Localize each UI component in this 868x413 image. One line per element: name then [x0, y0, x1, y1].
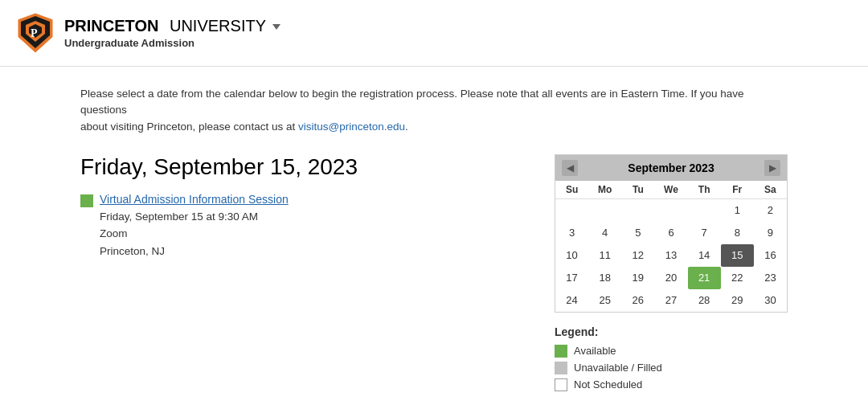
- legend-not-scheduled-label: Not Scheduled: [574, 378, 642, 391]
- calendar-cell: 11: [588, 244, 621, 267]
- calendar-cell: 20: [654, 267, 687, 289]
- admission-subtitle: Undergraduate Admission: [64, 37, 280, 49]
- dow-fr: Fr: [721, 181, 754, 198]
- calendar-cell[interactable]: 15: [721, 244, 754, 267]
- intro-paragraph: Please select a date from the calendar b…: [80, 86, 788, 135]
- calendar-cell: 25: [588, 289, 621, 312]
- dow-th: Th: [688, 181, 721, 198]
- event-item: Virtual Admission Information Session Fr…: [80, 193, 522, 260]
- calendar-dow-row: Su Mo Tu We Th Fr Sa: [555, 181, 787, 199]
- calendar-cell: 18: [588, 267, 621, 289]
- legend-unavailable-label: Unavailable / Filled: [574, 362, 662, 374]
- calendar-cell: 27: [654, 289, 687, 312]
- svg-text:P: P: [31, 27, 38, 39]
- calendar-cell: [621, 199, 654, 222]
- calendar-cell: 8: [721, 222, 754, 244]
- event-details: Virtual Admission Information Session Fr…: [100, 193, 289, 260]
- calendar-cell: 2: [754, 199, 787, 222]
- event-datetime: Friday, September 15 at 9:30 AM: [100, 208, 289, 226]
- calendar-cell: [688, 199, 721, 222]
- calendar-month-year: September 2023: [628, 162, 714, 174]
- calendar-cell: 5: [621, 222, 654, 244]
- main-content: Please select a date from the calendar b…: [0, 67, 868, 413]
- calendar-cell: 13: [654, 244, 687, 267]
- intro-text-line2: about visiting Princeton, please contact…: [80, 121, 408, 133]
- selected-date-heading: Friday, September 15, 2023: [80, 154, 522, 180]
- event-city: Princeton, NJ: [100, 243, 289, 260]
- header-branding: PRINCETON UNIVERSITY Undergraduate Admis…: [64, 17, 280, 49]
- calendar-cell: 16: [754, 244, 787, 267]
- university-label: UNIVERSITY: [170, 17, 266, 35]
- calendar-cell: 1: [721, 199, 754, 222]
- legend-title: Legend:: [555, 325, 788, 338]
- calendar-cell: 22: [721, 267, 754, 289]
- legend-unavailable-box: [555, 362, 567, 374]
- prev-month-button[interactable]: ◀: [562, 160, 578, 176]
- legend-available-box: [555, 345, 567, 358]
- dow-mo: Mo: [588, 181, 621, 198]
- legend-available: Available: [555, 345, 788, 358]
- dow-sa: Sa: [754, 181, 787, 198]
- legend-unavailable: Unavailable / Filled: [555, 362, 788, 374]
- left-panel: Friday, September 15, 2023 Virtual Admis…: [80, 154, 522, 264]
- calendar-cell: 28: [688, 289, 721, 312]
- calendar-cell[interactable]: 21: [688, 267, 721, 289]
- calendar-cell: 12: [621, 244, 654, 267]
- calendar-cell: 4: [588, 222, 621, 244]
- dow-we: We: [654, 181, 687, 198]
- calendar-cell: [588, 199, 621, 222]
- email-link[interactable]: visitus@princeton.edu: [298, 121, 405, 133]
- calendar-cell: [654, 199, 687, 222]
- princeton-shield-logo: P: [16, 11, 55, 55]
- legend-not-scheduled-box: [555, 378, 567, 391]
- dow-su: Su: [555, 181, 588, 198]
- legend: Legend: Available Unavailable / Filled N…: [555, 325, 788, 391]
- site-header: P PRINCETON UNIVERSITY Undergraduate Adm…: [0, 0, 868, 67]
- calendar-cell: 19: [621, 267, 654, 289]
- university-name: PRINCETON UNIVERSITY: [64, 17, 280, 35]
- calendar-cell: 24: [555, 289, 588, 312]
- calendar: ◀ September 2023 ▶ Su Mo Tu We Th Fr Sa …: [555, 154, 788, 313]
- calendar-cell: 10: [555, 244, 588, 267]
- calendar-cell: 14: [688, 244, 721, 267]
- content-row: Friday, September 15, 2023 Virtual Admis…: [80, 154, 788, 395]
- chevron-down-icon[interactable]: [272, 24, 280, 30]
- calendar-cell: 17: [555, 267, 588, 289]
- right-panel: ◀ September 2023 ▶ Su Mo Tu We Th Fr Sa …: [555, 154, 788, 395]
- calendar-cell: 30: [754, 289, 787, 312]
- calendar-cell: [555, 199, 588, 222]
- event-info: Friday, September 15 at 9:30 AM Zoom Pri…: [100, 208, 289, 260]
- calendar-cell: 9: [754, 222, 787, 244]
- legend-available-label: Available: [574, 345, 616, 357]
- calendar-cell: 29: [721, 289, 754, 312]
- legend-not-scheduled: Not Scheduled: [555, 378, 788, 391]
- event-color-indicator: [80, 194, 93, 207]
- event-title-link[interactable]: Virtual Admission Information Session: [100, 193, 289, 206]
- calendar-grid: 1234567891011121314151617181920212223242…: [555, 199, 787, 312]
- calendar-cell: 7: [688, 222, 721, 244]
- calendar-cell: 3: [555, 222, 588, 244]
- calendar-cell: 23: [754, 267, 787, 289]
- dow-tu: Tu: [621, 181, 654, 198]
- intro-text-line1: Please select a date from the calendar b…: [80, 88, 743, 116]
- calendar-cell: 26: [621, 289, 654, 312]
- event-location: Zoom: [100, 225, 289, 243]
- calendar-header: ◀ September 2023 ▶: [555, 155, 787, 181]
- princeton-label: PRINCETON: [64, 17, 158, 35]
- calendar-cell: 6: [654, 222, 687, 244]
- next-month-button[interactable]: ▶: [764, 160, 780, 176]
